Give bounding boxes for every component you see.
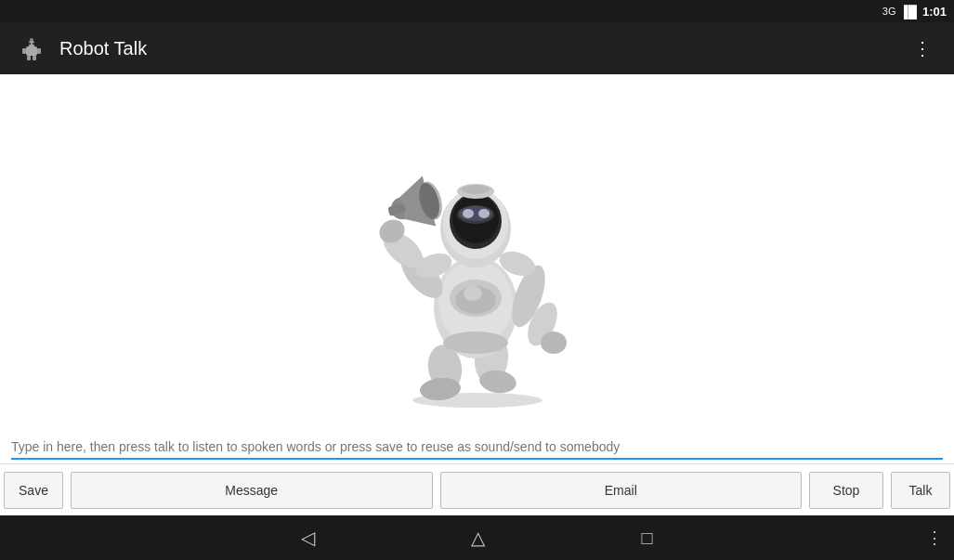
battery-icon: ▐█ [900,5,917,19]
svg-point-7 [29,43,31,45]
nav-bar: ◁ △ □ ⋮ [0,515,954,560]
signal-indicator: 3G [882,6,896,17]
text-input[interactable] [11,436,943,460]
svg-rect-0 [26,46,37,56]
svg-point-29 [541,332,567,354]
svg-rect-3 [22,48,26,54]
svg-point-2 [30,38,33,42]
input-area [0,428,954,463]
nav-overflow-icon[interactable]: ⋮ [926,527,943,548]
time-display: 1:01 [922,5,947,19]
back-button[interactable]: ◁ [279,519,337,556]
talk-button[interactable]: Talk [891,472,950,509]
svg-rect-6 [33,56,36,60]
svg-rect-5 [27,56,31,60]
svg-point-40 [462,185,490,194]
app-icon [15,32,48,65]
app-title: Robot Talk [59,38,906,59]
svg-point-37 [463,209,474,218]
message-button[interactable]: Message [71,472,433,509]
save-button[interactable]: Save [4,472,63,509]
svg-point-8 [33,43,34,45]
app-bar: Robot Talk ⋮ [0,22,954,74]
svg-point-19 [443,332,508,354]
email-button[interactable]: Email [440,472,803,509]
recents-button[interactable]: □ [619,520,674,556]
stop-button[interactable]: Stop [809,472,883,509]
main-content: Save Message Email Stop Talk [0,74,954,515]
button-bar: Save Message Email Stop Talk [0,463,954,515]
robot-image-area [0,74,954,428]
status-bar: 3G ▐█ 1:01 [0,0,954,22]
overflow-menu-icon[interactable]: ⋮ [906,30,939,67]
robot-image [338,94,617,410]
svg-point-38 [478,209,490,218]
svg-point-18 [464,286,482,301]
home-button[interactable]: △ [449,519,507,556]
svg-rect-4 [37,48,41,54]
